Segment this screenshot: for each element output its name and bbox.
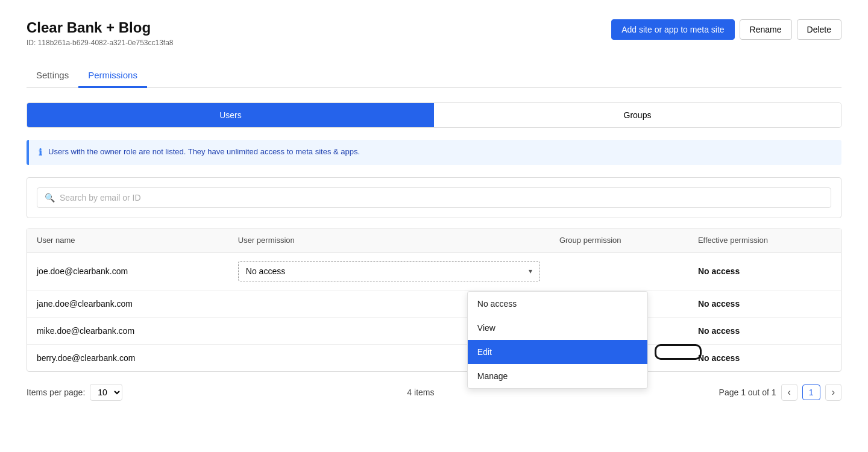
items-per-page-select[interactable]: 10 25 50 [90, 384, 122, 401]
prev-page-button[interactable]: ‹ [781, 384, 797, 401]
table-header-row: User name User permission Group permissi… [27, 228, 841, 253]
items-per-page: Items per page: 10 25 50 [27, 384, 122, 401]
header-left: Clear Bank + Blog ID: 118b261a-b629-4082… [27, 19, 174, 47]
permission-dropdown-trigger[interactable]: No access ▾ [238, 261, 540, 281]
cell-username: joe.doe@clearbank.com [27, 253, 228, 290]
rename-button[interactable]: Rename [740, 19, 792, 40]
dropdown-option-view[interactable]: View [468, 316, 647, 340]
cell-effective-permission: No access [688, 318, 841, 345]
cell-user-permission[interactable]: No access ▾ No access View Edit [228, 253, 550, 290]
users-toggle-button[interactable]: Users [27, 103, 434, 127]
tab-bar: Settings Permissions [27, 64, 841, 88]
page-title: Clear Bank + Blog [27, 19, 174, 36]
cell-effective-permission: No access [688, 290, 841, 318]
table-row: jane.doe@clearbank.com No access [27, 290, 841, 318]
current-page: 1 [802, 385, 820, 400]
col-effective-permission: Effective permission [688, 228, 841, 253]
col-user-permission: User permission [228, 228, 550, 253]
info-banner: ℹ Users with the owner role are not list… [27, 140, 841, 165]
permissions-table: User name User permission Group permissi… [27, 228, 841, 372]
header-actions: Add site or app to meta site Rename Dele… [611, 19, 841, 40]
user-groups-toggle: Users Groups [27, 102, 841, 128]
permission-dropdown-menu: No access View Edit Manage [467, 291, 648, 389]
dropdown-option-manage[interactable]: Manage [468, 364, 647, 388]
search-icon: 🔍 [45, 193, 55, 202]
chevron-down-icon: ▾ [529, 267, 532, 275]
pagination-bar: Items per page: 10 25 50 4 items Page 1 … [27, 384, 841, 401]
table-row: mike.doe@clearbank.com No access [27, 318, 841, 345]
dropdown-option-no-access[interactable]: No access [468, 292, 647, 316]
pagination-controls: Page 1 out of 1 ‹ 1 › [719, 384, 841, 401]
permission-value: No access [246, 266, 285, 276]
cell-username: mike.doe@clearbank.com [27, 318, 228, 345]
arrow-annotation [655, 344, 702, 360]
table-row: joe.doe@clearbank.com No access ▾ No acc… [27, 253, 841, 290]
dropdown-option-edit[interactable]: Edit [468, 340, 647, 364]
col-username: User name [27, 228, 228, 253]
cell-group-permission [550, 253, 688, 290]
delete-button[interactable]: Delete [797, 19, 841, 40]
items-per-page-label: Items per page: [27, 388, 85, 397]
cell-effective-permission: No access [688, 253, 841, 290]
cell-username: jane.doe@clearbank.com [27, 290, 228, 318]
add-site-button[interactable]: Add site or app to meta site [611, 19, 734, 40]
cell-username: berry.doe@clearbank.com [27, 345, 228, 372]
next-page-button[interactable]: › [825, 384, 841, 401]
groups-toggle-button[interactable]: Groups [434, 103, 841, 127]
page-header: Clear Bank + Blog ID: 118b261a-b629-4082… [27, 19, 841, 47]
site-id: ID: 118b261a-b629-4082-a321-0e753cc13fa8 [27, 39, 174, 47]
tab-settings[interactable]: Settings [27, 64, 78, 88]
search-wrapper: 🔍 [37, 187, 831, 208]
page-info: Page 1 out of 1 [719, 388, 776, 397]
cell-effective-permission: No access [688, 345, 841, 372]
total-items: 4 items [407, 388, 434, 397]
info-icon: ℹ [39, 147, 42, 158]
info-banner-text: Users with the owner role are not listed… [48, 147, 360, 156]
col-group-permission: Group permission [550, 228, 688, 253]
search-input[interactable] [60, 193, 823, 202]
tab-permissions[interactable]: Permissions [78, 64, 147, 88]
table-row: berry.doe@clearbank.com No access [27, 345, 841, 372]
search-container: 🔍 [27, 177, 841, 218]
